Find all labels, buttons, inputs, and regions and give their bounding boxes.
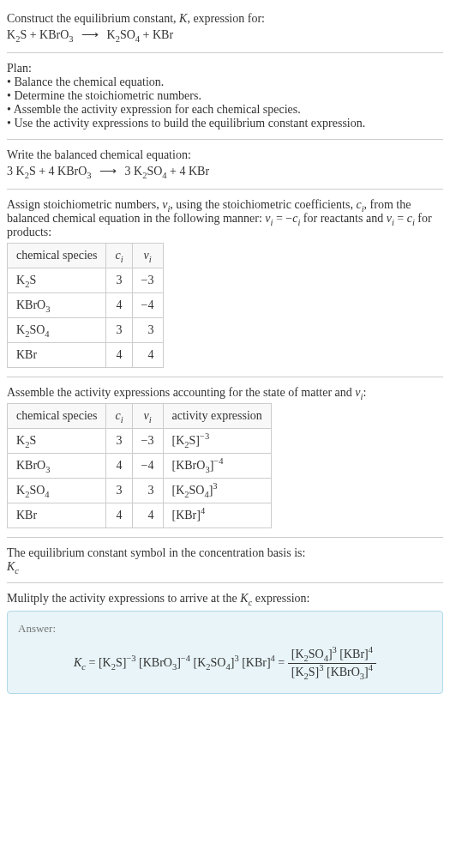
intro-K: K — [179, 12, 187, 25]
term: [K — [99, 656, 111, 669]
sp: KBrO — [16, 298, 45, 311]
act: [K — [172, 484, 185, 497]
eq-sub: 3 — [69, 34, 73, 44]
term: S] — [309, 666, 319, 678]
eq-part: K — [7, 28, 15, 41]
td-activity: [KBrO3]−4 — [163, 454, 271, 479]
plan-title: Plan: — [7, 62, 443, 75]
th-nui: νi — [132, 244, 163, 268]
symbol-section: The equilibrium constant symbol in the c… — [7, 541, 443, 579]
sp: S — [29, 274, 36, 286]
term: [KBrO — [323, 666, 359, 678]
td-ci: 3 — [106, 429, 132, 454]
term: SO — [211, 656, 226, 669]
balanced-title: Write the balanced chemical equation: — [7, 148, 443, 162]
td-nui: 3 — [132, 318, 163, 343]
plan-list: Balance the chemical equation. Determine… — [7, 75, 443, 130]
th-activity: activity expression — [163, 404, 271, 429]
td-ci: 3 — [106, 479, 132, 503]
intro-line: Construct the equilibrium constant, K, e… — [7, 12, 443, 26]
th-nui: νi — [132, 404, 163, 429]
sp-sub: 3 — [45, 465, 50, 474]
act: [K — [172, 434, 185, 447]
table-row: KBr 4 4 [KBr]4 — [8, 503, 272, 528]
table-header-row: chemical species ci νi activity expressi… — [8, 404, 272, 429]
term: [KBr] — [337, 648, 369, 660]
text: Assign stoichiometric numbers, — [7, 198, 162, 211]
term-sup: 4 — [369, 663, 373, 672]
sp-sub: 4 — [45, 490, 49, 499]
td-activity: [KBr]4 — [163, 503, 271, 528]
term-sup: −4 — [181, 654, 190, 663]
td-nui: −4 — [132, 293, 163, 318]
eq: = — [86, 656, 99, 669]
table-row: KBrO3 4 −4 [KBrO3]−4 — [8, 454, 272, 479]
td-ci: 4 — [106, 343, 132, 368]
th-ci: ci — [106, 404, 132, 429]
final-section: Mulitply the activity expressions to arr… — [7, 587, 443, 699]
text: : — [363, 386, 366, 399]
td-species: K2S — [8, 429, 106, 454]
td-activity: [K2S]−3 — [163, 429, 271, 454]
act-sup: 4 — [201, 506, 205, 515]
nui-sub: i — [149, 415, 152, 425]
sp-sub: 4 — [45, 329, 49, 339]
plan-item: Use the activity expressions to build th… — [7, 117, 443, 130]
divider — [7, 537, 443, 538]
eq-part: 3 K — [7, 165, 25, 178]
eq-part: S + 4 KBrO — [29, 165, 87, 178]
td-nui: −4 — [132, 454, 163, 479]
fraction: [K2SO4]3 [KBr]4[K2S]3 [KBrO3]4 — [288, 648, 376, 679]
term: [K — [190, 656, 206, 669]
sp: KBr — [16, 509, 37, 521]
sp: K — [16, 274, 25, 286]
text: expression: — [252, 592, 309, 605]
divider — [7, 582, 443, 583]
text: for reactants and — [300, 212, 386, 225]
eq-sub: 3 — [87, 171, 91, 180]
sp: S — [29, 434, 36, 447]
plan-item: Determine the stoichiometric numbers. — [7, 89, 443, 103]
sp: KBr — [16, 348, 37, 361]
arrow-icon: ⟶ — [99, 164, 117, 178]
eq-part: + KBr — [140, 28, 173, 41]
td-ci: 3 — [106, 318, 132, 343]
td-species: KBr — [8, 503, 106, 528]
balanced-section: Write the balanced chemical equation: 3 … — [7, 143, 443, 185]
sp: SO — [29, 484, 45, 497]
text: = — [394, 212, 407, 225]
text: = − — [273, 212, 292, 225]
act: [KBrO — [172, 459, 206, 472]
kc-expression: Kc = [K2S]−3 [KBrO3]−4 [K2SO4]3 [KBr]4 =… — [18, 644, 432, 683]
unbalanced-equation: K2S + KBrO3 ⟶ K2SO4 + KBr — [7, 26, 443, 44]
sp: KBrO — [16, 459, 45, 472]
activity-table: chemical species ci νi activity expressi… — [7, 403, 272, 528]
kc: K — [74, 656, 81, 669]
answer-label: Answer: — [18, 622, 432, 636]
symbol-line: The equilibrium constant symbol in the c… — [7, 546, 443, 560]
term: SO — [309, 648, 324, 660]
frac-denominator: [K2S]3 [KBrO3]4 — [288, 664, 376, 679]
plan-item: Assemble the activity expression for eac… — [7, 103, 443, 117]
sp: K — [16, 434, 25, 447]
activity-section: Assemble the activity expressions accoun… — [7, 381, 443, 533]
act-sup: 3 — [213, 481, 217, 491]
term: S] — [116, 656, 126, 669]
eq: = — [275, 656, 288, 669]
final-intro: Mulitply the activity expressions to arr… — [7, 592, 443, 606]
td-nui: −3 — [132, 429, 163, 454]
sp: SO — [29, 323, 45, 336]
eq-part: SO — [120, 28, 135, 41]
term: [KBrO — [136, 656, 172, 669]
stoich-table: chemical species ci νi K2S 3 −3 KBrO3 4 … — [7, 243, 164, 368]
table-header-row: chemical species ci νi — [8, 244, 164, 268]
sp: K — [16, 484, 25, 497]
intro-text-end: , expression for: — [187, 12, 265, 25]
td-species: KBr — [8, 343, 106, 368]
ci-sub: i — [121, 255, 123, 264]
act: [KBr] — [172, 509, 201, 521]
td-activity: [K2SO4]3 — [163, 479, 271, 503]
divider — [7, 139, 443, 140]
intro-section: Construct the equilibrium constant, K, e… — [7, 7, 443, 49]
plan-section: Plan: Balance the chemical equation. Det… — [7, 57, 443, 136]
